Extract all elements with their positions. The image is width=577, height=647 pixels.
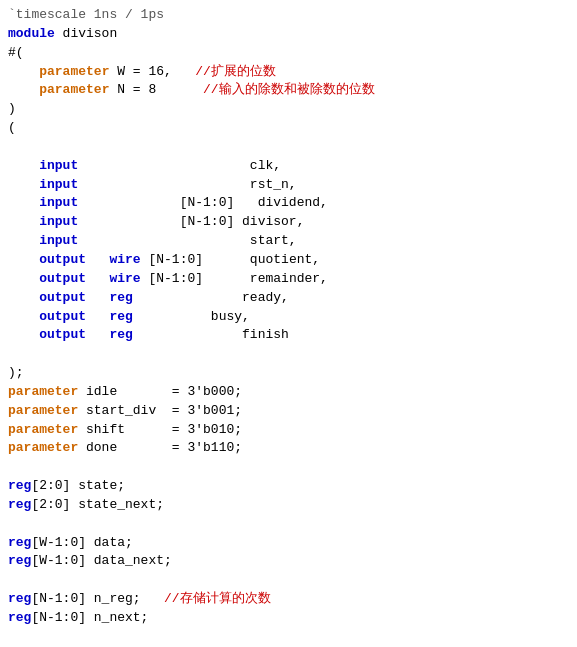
code-line: parameter W = 16, //扩展的位数 bbox=[8, 63, 569, 82]
code-line: output reg busy, bbox=[8, 308, 569, 327]
code-line: input start, bbox=[8, 232, 569, 251]
code-line: output reg finish bbox=[8, 326, 569, 345]
code-line: reg[2:0] state; bbox=[8, 477, 569, 496]
code-line bbox=[8, 458, 569, 477]
code-line: ); bbox=[8, 364, 569, 383]
code-line: parameter done = 3'b110; bbox=[8, 439, 569, 458]
code-line bbox=[8, 138, 569, 157]
code-line bbox=[8, 345, 569, 364]
code-line: input [N-1:0] dividend, bbox=[8, 194, 569, 213]
code-editor: `timescale 1ns / 1psmodule divison#( par… bbox=[0, 0, 577, 647]
code-line: input [N-1:0] divisor, bbox=[8, 213, 569, 232]
code-line: parameter idle = 3'b000; bbox=[8, 383, 569, 402]
code-line bbox=[8, 515, 569, 534]
code-line: `timescale 1ns / 1ps bbox=[8, 6, 569, 25]
code-line: output wire [N-1:0] remainder, bbox=[8, 270, 569, 289]
code-line: parameter shift = 3'b010; bbox=[8, 421, 569, 440]
code-line: parameter start_div = 3'b001; bbox=[8, 402, 569, 421]
code-line: reg[N-1:0] n_reg; //存储计算的次数 bbox=[8, 590, 569, 609]
code-line: #( bbox=[8, 44, 569, 63]
code-line: input rst_n, bbox=[8, 176, 569, 195]
code-line: output wire [N-1:0] quotient, bbox=[8, 251, 569, 270]
code-line: ( bbox=[8, 119, 569, 138]
code-line: reg[W-1:0] data; bbox=[8, 534, 569, 553]
code-line: reg[2:0] state_next; bbox=[8, 496, 569, 515]
code-line bbox=[8, 571, 569, 590]
code-line: reg[W-1:0] data_next; bbox=[8, 552, 569, 571]
code-line: output reg ready, bbox=[8, 289, 569, 308]
code-line: input clk, bbox=[8, 157, 569, 176]
code-line: ) bbox=[8, 100, 569, 119]
code-line: module divison bbox=[8, 25, 569, 44]
code-line: parameter N = 8 //输入的除数和被除数的位数 bbox=[8, 81, 569, 100]
code-line: reg[N-1:0] n_next; bbox=[8, 609, 569, 628]
